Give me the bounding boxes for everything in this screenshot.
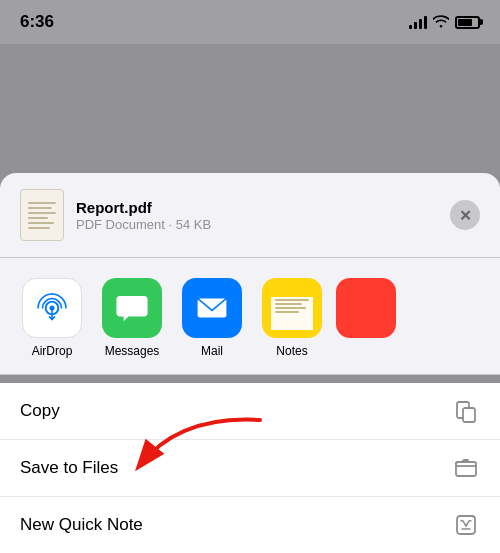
mail-icon bbox=[182, 278, 242, 338]
notes-icon bbox=[262, 278, 322, 338]
action-copy[interactable]: Copy bbox=[0, 383, 500, 440]
new-quick-note-icon bbox=[452, 511, 480, 539]
airdrop-label: AirDrop bbox=[32, 344, 73, 358]
apps-row: AirDrop Messages Mail bbox=[16, 278, 484, 358]
save-to-files-label: Save to Files bbox=[20, 458, 118, 478]
new-quick-note-label: New Quick Note bbox=[20, 515, 143, 535]
action-save-to-files[interactable]: Save to Files bbox=[0, 440, 500, 497]
app-item-partial bbox=[336, 278, 396, 358]
app-item-airdrop[interactable]: AirDrop bbox=[16, 278, 88, 358]
file-card: Report.pdf PDF Document · 54 KB ✕ bbox=[0, 173, 500, 258]
close-icon: ✕ bbox=[459, 208, 472, 223]
copy-icon bbox=[452, 397, 480, 425]
close-button[interactable]: ✕ bbox=[450, 200, 480, 230]
partial-app-icon bbox=[336, 278, 396, 338]
svg-rect-7 bbox=[456, 462, 476, 476]
messages-icon bbox=[102, 278, 162, 338]
messages-label: Messages bbox=[105, 344, 160, 358]
app-item-notes[interactable]: Notes bbox=[256, 278, 328, 358]
app-item-messages[interactable]: Messages bbox=[96, 278, 168, 358]
copy-label: Copy bbox=[20, 401, 60, 421]
file-description: PDF Document · 54 KB bbox=[76, 217, 211, 232]
app-item-mail[interactable]: Mail bbox=[176, 278, 248, 358]
airdrop-icon bbox=[22, 278, 82, 338]
file-name: Report.pdf bbox=[76, 199, 211, 216]
file-info: Report.pdf PDF Document · 54 KB bbox=[20, 189, 211, 241]
notes-label: Notes bbox=[276, 344, 307, 358]
action-new-quick-note[interactable]: New Quick Note bbox=[0, 497, 500, 553]
apps-section: AirDrop Messages Mail bbox=[0, 258, 500, 375]
mail-label: Mail bbox=[201, 344, 223, 358]
svg-rect-6 bbox=[463, 408, 475, 422]
share-sheet: Report.pdf PDF Document · 54 KB ✕ bbox=[0, 173, 500, 553]
file-meta: Report.pdf PDF Document · 54 KB bbox=[76, 199, 211, 232]
actions-list: Copy Save to Files bbox=[0, 383, 500, 553]
save-to-files-icon bbox=[452, 454, 480, 482]
file-thumbnail bbox=[20, 189, 64, 241]
